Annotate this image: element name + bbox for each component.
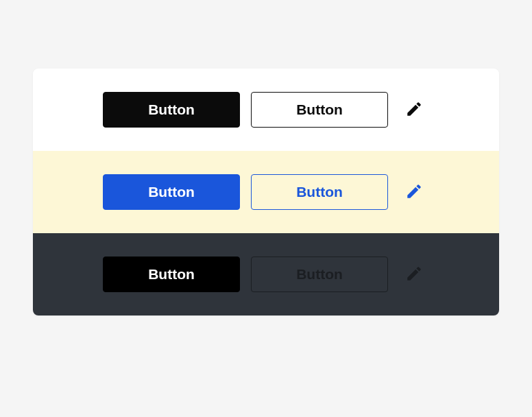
button-outline-dark[interactable]: Button <box>251 257 388 292</box>
button-outline-default[interactable]: Button <box>251 92 388 128</box>
button-variants-card: Button Button Button Button Button <box>33 69 499 315</box>
edit-button-default[interactable] <box>399 95 429 125</box>
button-filled-default[interactable]: Button <box>103 92 240 128</box>
pencil-icon <box>405 100 423 120</box>
button-label: Button <box>296 102 343 118</box>
variant-row-dark: Button Button <box>33 233 499 315</box>
pencil-icon <box>405 182 423 202</box>
variant-row-default: Button Button <box>33 69 499 151</box>
button-filled-dark[interactable]: Button <box>103 257 240 292</box>
edit-button-primary[interactable] <box>399 177 429 207</box>
button-label: Button <box>296 184 343 200</box>
edit-button-dark[interactable] <box>399 259 429 289</box>
button-outline-primary[interactable]: Button <box>251 174 388 210</box>
button-label: Button <box>296 266 343 283</box>
pencil-icon <box>405 265 423 285</box>
button-label: Button <box>148 102 195 118</box>
button-filled-primary[interactable]: Button <box>103 174 240 210</box>
variant-row-primary: Button Button <box>33 151 499 233</box>
button-label: Button <box>148 184 195 200</box>
button-label: Button <box>148 266 195 283</box>
